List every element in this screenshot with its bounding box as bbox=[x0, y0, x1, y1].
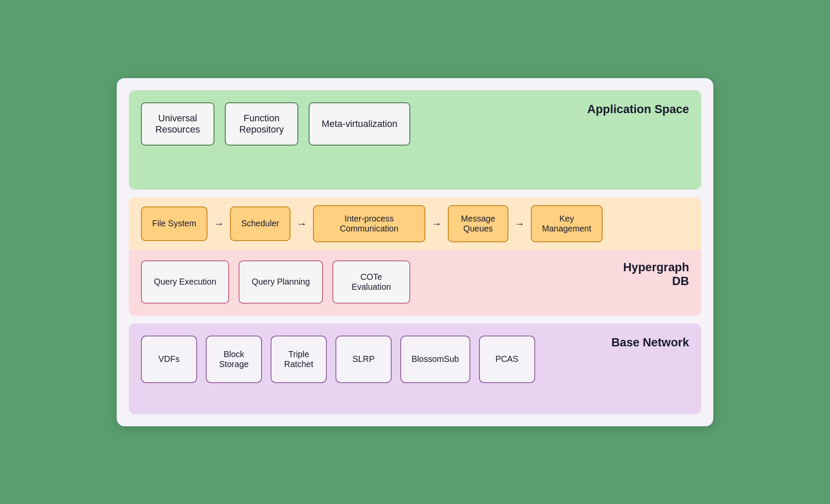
app-space-boxes: UniversalResources FunctionRepository Me… bbox=[141, 102, 410, 146]
hypergraph-label: HypergraphDB bbox=[623, 260, 689, 288]
hypergraph-boxes: Query Execution Query Planning COTeEvalu… bbox=[141, 260, 410, 304]
section-kh-wrapper: File System → Scheduler → Inter-processC… bbox=[129, 197, 701, 316]
box-function-repository: FunctionRepository bbox=[225, 102, 298, 146]
base-network-boxes: VDFs BlockStorage TripleRatchet SLRP Blo… bbox=[141, 336, 535, 383]
arrow-2: → bbox=[297, 218, 307, 230]
section-hypergraph-db: Query Execution Query Planning COTeEvalu… bbox=[129, 250, 701, 316]
app-space-label: Application Space bbox=[587, 102, 689, 116]
box-ipc: Inter-processCommunication bbox=[313, 205, 425, 242]
box-pcas: PCAS bbox=[479, 336, 535, 383]
arrow-3: → bbox=[431, 218, 442, 230]
section-application-space: UniversalResources FunctionRepository Me… bbox=[129, 90, 701, 190]
box-slrp: SLRP bbox=[335, 336, 392, 383]
section-base-network: VDFs BlockStorage TripleRatchet SLRP Blo… bbox=[129, 323, 701, 414]
box-key-management: KeyManagement bbox=[531, 205, 603, 242]
box-blossomsub: BlossomSub bbox=[400, 336, 470, 383]
box-scheduler: Scheduler bbox=[230, 206, 290, 241]
box-block-storage: BlockStorage bbox=[206, 336, 262, 383]
box-cote-evaluation: COTeEvaluation bbox=[332, 260, 410, 304]
box-meta-virtualization: Meta-virtualization bbox=[309, 102, 410, 146]
box-triple-ratchet: TripleRatchet bbox=[271, 336, 327, 383]
box-file-system: File System bbox=[141, 206, 208, 241]
box-vdfs: VDFs bbox=[141, 336, 197, 383]
kernel-row: File System → Scheduler → Inter-processC… bbox=[129, 197, 701, 250]
base-network-label: Base Network bbox=[611, 336, 689, 349]
arrow-4: → bbox=[514, 218, 525, 230]
box-query-planning: Query Planning bbox=[239, 260, 323, 304]
box-query-execution: Query Execution bbox=[141, 260, 229, 304]
arrow-1: → bbox=[214, 218, 224, 230]
main-diagram: UniversalResources FunctionRepository Me… bbox=[117, 78, 713, 426]
box-universal-resources: UniversalResources bbox=[141, 102, 214, 146]
box-message-queues: MessageQueues bbox=[448, 205, 508, 242]
